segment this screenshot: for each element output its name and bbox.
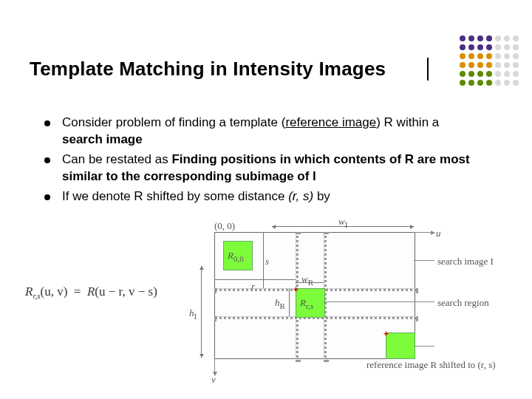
lbl-r: r	[251, 281, 255, 293]
ann-search-region: search region	[437, 297, 489, 309]
bullet-2: Can be restated as Finding positions in …	[44, 151, 480, 185]
bullet-dot-icon	[44, 194, 50, 200]
ann-search-image: search image I	[437, 256, 494, 267]
lbl-Rrs: Rr,s	[300, 297, 313, 310]
template-shifted	[386, 332, 415, 359]
leader-line	[414, 346, 434, 347]
lbl-R00: R0,0	[228, 250, 244, 263]
u-axis-arrow-icon	[414, 232, 434, 233]
lbl-v: v	[211, 374, 216, 386]
bullet-3-text: If we denote R shifted by some distance …	[62, 188, 330, 205]
lbl-hI: hI	[189, 307, 197, 321]
lbl-s: s	[265, 256, 269, 267]
decoration-dot-grid	[460, 35, 520, 87]
slide-title: Template Matching in Intensity Images	[30, 58, 420, 81]
dim-hR	[289, 288, 290, 316]
bullet-2-text: Can be restated as Finding positions in …	[62, 151, 480, 185]
leader-line	[324, 301, 434, 303]
dim-r	[214, 279, 296, 280]
bullet-1-text: Consider problem of finding a template (…	[62, 115, 480, 149]
bullet-3: If we denote R shifted by some distance …	[44, 188, 480, 205]
bullet-1: Consider problem of finding a template (…	[44, 115, 480, 149]
ann-shifted: reference image R shifted to (r, s)	[366, 359, 496, 371]
bullet-dot-icon	[44, 157, 50, 163]
diagram: + + (0, 0) u v wI hI s r wR hR R0,0 Rr,s…	[185, 222, 495, 383]
leader-line	[414, 260, 434, 262]
bullet-dot-icon	[44, 120, 50, 126]
lbl-wI: wI	[338, 216, 347, 229]
lbl-origin: (0, 0)	[214, 220, 235, 232]
dim-hI	[201, 266, 202, 358]
formula: Rr,s(u, v) = R(u − r, v − s)	[25, 284, 157, 300]
v-axis-arrow-icon	[214, 358, 216, 375]
bullet-list: Consider problem of finding a template (…	[44, 115, 480, 208]
lbl-u: u	[436, 228, 441, 239]
lbl-wR: wR	[301, 273, 313, 287]
lbl-hR: hR	[275, 297, 285, 310]
title-block: Template Matching in Intensity Images	[30, 58, 429, 81]
